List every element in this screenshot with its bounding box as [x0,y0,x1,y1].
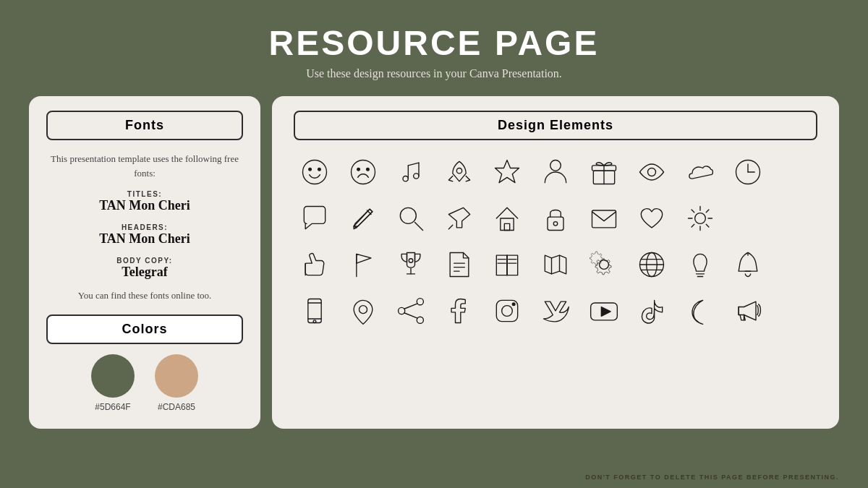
svg-point-76 [502,306,513,317]
icon-rocket [438,152,481,192]
font-titles: TITLES: TAN Mon Cheri [46,190,243,213]
icon-heart [631,198,673,239]
main-content: Fonts This presentation template uses th… [0,96,868,429]
font-titles-label: TITLES: [46,190,243,198]
svg-point-28 [553,222,558,226]
icon-document [438,244,481,285]
fonts-footer: You can find these fonts online too. [46,290,243,301]
font-body: BODY COPY: Telegraf [46,257,243,280]
icon-home [486,198,529,239]
icon-thumbsup [294,244,336,285]
icon-instagram [486,291,529,331]
svg-rect-26 [505,223,510,230]
icon-location [342,291,385,331]
svg-line-37 [706,210,709,213]
icon-lock [535,198,577,239]
swatch-circle-green [91,354,135,398]
design-elements-grid [294,152,817,331]
font-titles-name: TAN Mon Cheri [46,198,243,213]
icon-twitter [535,291,577,331]
icon-gear [582,244,625,285]
swatch-tan: #CDA685 [155,354,198,412]
footer-note: DON'T FORGET TO DELETE THIS PAGE BEFORE … [585,474,839,481]
icon-sad [342,152,385,192]
design-elements-label: Design Elements [294,111,817,140]
svg-rect-29 [592,210,616,228]
icon-map [535,244,577,285]
icon-music [390,152,433,192]
font-headers: HEADERS: TAN Mon Cheri [46,223,243,247]
svg-line-38 [692,224,694,227]
right-panel: Design Elements [272,96,839,429]
svg-point-13 [550,160,561,171]
svg-point-9 [403,176,408,181]
svg-point-1 [309,168,312,171]
icon-star [486,152,529,192]
font-body-name: Telegraf [46,265,243,280]
svg-point-10 [414,174,419,179]
svg-point-17 [648,168,656,176]
icon-gift [582,152,625,192]
svg-point-22 [401,207,417,223]
svg-marker-52 [545,255,566,274]
icon-bulb [678,244,721,285]
icon-mail [582,198,625,239]
swatch-hex-tan: #CDA685 [155,402,198,412]
svg-line-24 [448,225,453,229]
left-panel: Fonts This presentation template uses th… [29,96,260,429]
icon-phone [294,291,336,331]
font-body-label: BODY COPY: [46,257,243,265]
svg-line-36 [706,224,709,227]
icon-eye [631,152,673,192]
page-subtitle: Use these design resources in your Canva… [0,67,868,80]
icon-empty1 [775,152,817,192]
icon-flag [342,244,385,285]
icon-person [535,152,577,192]
icon-facebook [438,291,481,331]
icon-search [390,198,433,239]
icon-globe [631,244,673,285]
icon-empty4 [775,244,817,285]
svg-line-35 [692,210,694,213]
svg-point-3 [351,160,375,184]
svg-point-0 [303,160,327,184]
svg-point-69 [359,306,367,314]
swatch-circle-tan [155,354,198,398]
fonts-label: Fonts [46,111,243,140]
icon-book [486,244,529,285]
svg-line-23 [415,223,423,231]
swatch-green: #5D664F [91,354,135,412]
color-swatches: #5D664F #CDA685 [46,354,243,412]
svg-rect-25 [501,218,514,231]
icon-pin [438,198,481,239]
icon-youtube [582,291,625,331]
icon-share [390,291,433,331]
svg-point-55 [599,260,608,270]
svg-point-5 [366,168,369,171]
svg-point-77 [513,303,516,306]
fonts-intro: This presentation template uses the foll… [46,152,243,180]
icon-empty3 [775,198,817,239]
colors-label: Colors [46,314,243,344]
svg-rect-27 [548,217,563,230]
swatch-hex-green: #5D664F [91,402,135,412]
svg-point-68 [313,320,316,323]
svg-line-6 [409,163,420,166]
svg-point-11 [456,168,461,174]
icon-megaphone [727,291,770,331]
icon-tiktok [631,291,673,331]
icon-empty5 [775,291,817,331]
icon-empty2 [727,198,770,239]
font-headers-name: TAN Mon Cheri [46,231,243,247]
page-header: RESOURCE PAGE Use these design resources… [0,0,868,89]
svg-line-74 [404,313,417,318]
icon-chat [294,198,336,239]
icon-smiley [294,152,336,192]
font-headers-label: HEADERS: [46,223,243,231]
icon-sun [678,198,721,239]
icon-clock [727,152,770,192]
svg-marker-79 [601,307,610,317]
icon-pencil [342,198,385,239]
page-title: RESOURCE PAGE [0,23,868,63]
icon-trophy [390,244,433,285]
